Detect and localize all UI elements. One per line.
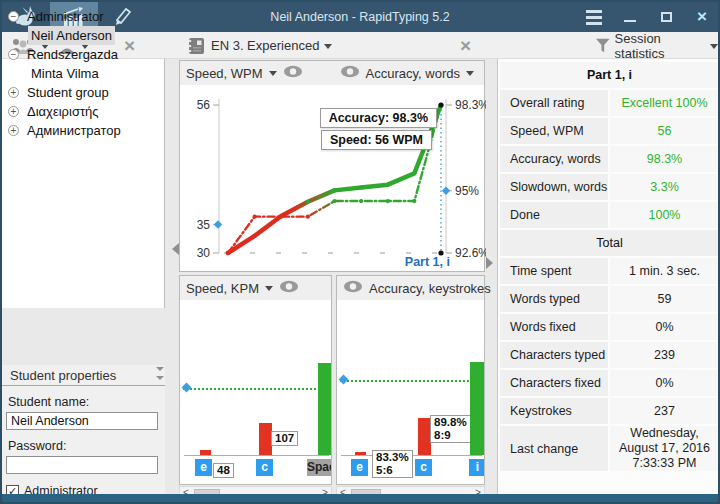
average-line — [340, 380, 481, 382]
password-label: Password: — [8, 439, 165, 453]
expand-icon[interactable]: + — [8, 87, 19, 98]
stats-row-value: 237 — [610, 398, 719, 424]
stats-row-value: 100% — [610, 202, 719, 228]
chevron-down-icon — [324, 44, 332, 53]
svg-text:95%: 95% — [455, 184, 479, 198]
password-input[interactable] — [6, 456, 158, 474]
student-properties-panel: Student properties Student name: Passwor… — [2, 365, 165, 498]
hamburger-icon — [586, 10, 602, 25]
svg-text:92.6%: 92.6% — [455, 246, 486, 260]
menu-button[interactable] — [582, 6, 606, 28]
speed-kpm-selector[interactable]: Speed, KPM — [186, 281, 259, 296]
speed-wpm-selector[interactable]: Speed, WPM — [186, 66, 263, 81]
stats-row-label: Characters fixed — [500, 370, 608, 396]
table-row: Time spent1 min. 3 sec. — [500, 258, 719, 284]
stats-section-header: Part 1, i — [500, 62, 719, 88]
collapse-icon[interactable]: − — [8, 11, 19, 22]
stats-section-header: Total — [500, 230, 719, 256]
stats-row-value: 56 — [610, 118, 719, 144]
visibility-eye-icon[interactable] — [340, 64, 360, 82]
stats-row-label: Keystrokes — [500, 398, 608, 424]
expand-icon[interactable]: + — [8, 125, 19, 136]
table-row: Done100% — [500, 202, 719, 228]
svg-text:30: 30 — [197, 246, 211, 260]
stats-row-label: Overall rating — [500, 90, 608, 116]
accuracy-tooltip: Accuracy: 98.3% — [320, 108, 437, 128]
tree-item-label: Administrator — [24, 7, 107, 26]
bar-e — [200, 450, 211, 455]
stats-row-label: Slowdown, words — [500, 174, 608, 200]
tree-item-neil-anderson[interactable]: Neil Anderson — [2, 26, 164, 45]
svg-text:56: 56 — [197, 98, 211, 112]
visibility-eye-icon[interactable] — [279, 279, 299, 297]
chevron-down-icon[interactable] — [265, 286, 273, 295]
minimize-button[interactable] — [618, 6, 642, 28]
stats-row-label: Characters typed — [500, 342, 608, 368]
tree-item-label: Student group — [24, 83, 112, 102]
tree-item-administrator[interactable]: −Administrator — [2, 7, 164, 26]
lesson-book-icon — [186, 36, 206, 56]
tree-item-label: Διαχειριστής — [24, 102, 102, 121]
key-label-c: c — [256, 459, 273, 476]
maximize-icon — [661, 12, 672, 22]
chevron-down-icon[interactable] — [269, 71, 277, 80]
table-row: Slowdown, words3.3% — [500, 174, 719, 200]
collapse-icon[interactable]: − — [8, 49, 19, 60]
collapse-panel-icon[interactable] — [156, 367, 164, 384]
statistics-view-selector[interactable]: Session statistics — [596, 32, 718, 59]
statistics-table: Part 1, iOverall ratingExcellent 100%Spe… — [500, 62, 719, 473]
tree-item-label: Neil Anderson — [28, 26, 115, 45]
stats-row-label: Words typed — [500, 286, 608, 312]
student-name-input[interactable] — [6, 412, 158, 430]
stats-row-value: 1 min. 3 sec. — [610, 258, 719, 284]
left-splitter-handle[interactable] — [166, 243, 179, 255]
close-button[interactable]: × — [690, 6, 714, 28]
student-tree: −AdministratorNeil Anderson−Rendszergazd… — [2, 2, 165, 308]
tree-item-student-group[interactable]: +Student group — [2, 83, 164, 102]
stats-row-label: Speed, WPM — [500, 118, 608, 144]
accuracy-keystrokes-selector[interactable]: Accuracy, keystrokes — [369, 281, 491, 296]
stats-row-value: 0% — [610, 370, 719, 396]
table-row: Speed, WPM56 — [500, 118, 719, 144]
tree-item-администратор[interactable]: +Администратор — [2, 121, 164, 140]
bar-e — [355, 452, 366, 455]
close-lesson-button[interactable]: × — [460, 32, 471, 59]
chevron-down-icon[interactable] — [466, 71, 474, 80]
average-marker-icon — [339, 375, 349, 385]
stats-row-value: 3.3% — [610, 174, 719, 200]
tree-item-minta-vilma[interactable]: Minta Vilma — [2, 64, 164, 83]
bar-value-label: 107 — [271, 431, 298, 446]
tree-item-διαχειριστής[interactable]: +Διαχειριστής — [2, 102, 164, 121]
stats-row-label: Words fixed — [500, 314, 608, 340]
stats-row-value: Excellent 100% — [610, 90, 719, 116]
visibility-eye-icon[interactable] — [343, 279, 363, 297]
tree-item-label: Администратор — [24, 121, 124, 140]
stats-row-value: 239 — [610, 342, 719, 368]
statistics-view-label: Session statistics — [615, 31, 705, 61]
session-statistics-panel: Part 1, iOverall ratingExcellent 100%Spe… — [497, 59, 720, 498]
lesson-selector[interactable]: EN 3. Experienced — [186, 32, 332, 59]
tree-item-rendszergazda[interactable]: −Rendszergazda — [2, 45, 164, 64]
close-icon: × — [697, 7, 707, 27]
table-row: Keystrokes237 — [500, 398, 719, 424]
key-label-c: c — [415, 459, 432, 476]
accuracy-keystrokes-chart: e83.3%5:6c89.8%8:9i — [337, 300, 484, 484]
visibility-eye-icon[interactable] — [283, 64, 303, 82]
table-row: Overall ratingExcellent 100% — [500, 90, 719, 116]
maximize-button[interactable] — [654, 6, 678, 28]
speed-accuracy-chart-panel: Speed, WPM Accuracy, words 56353098.3%95… — [179, 60, 485, 272]
accuracy-words-selector[interactable]: Accuracy, words — [366, 66, 460, 81]
expand-icon[interactable]: + — [8, 106, 19, 117]
table-row: Words fixed0% — [500, 314, 719, 340]
minimize-icon — [624, 20, 636, 23]
speed-kpm-chart: e48c107Space — [180, 300, 331, 484]
svg-text:35: 35 — [197, 218, 211, 232]
speed-kpm-chart-panel: Speed, KPM e48c107Space — [179, 275, 332, 485]
stats-row-value: Wednesday, August 17, 2016 7:33:33 PM — [610, 426, 719, 471]
key-label-e: e — [195, 459, 212, 476]
svg-text:98.3%: 98.3% — [455, 98, 486, 112]
table-row: Characters fixed0% — [500, 370, 719, 396]
stats-row-value: 59 — [610, 286, 719, 312]
close-lesson-icon: × — [460, 35, 471, 57]
bar-value-label: 48 — [213, 463, 234, 478]
